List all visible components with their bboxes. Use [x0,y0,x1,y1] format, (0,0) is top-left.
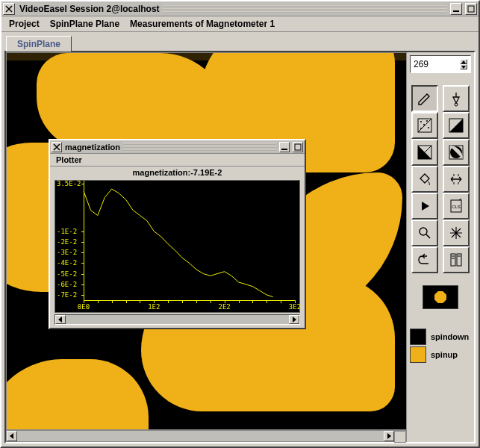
magnetization-window[interactable]: magnetization Plotter magnetization:-7.1… [49,139,306,329]
tool-palette: CLS [410,85,471,273]
pencil-tool[interactable] [411,85,438,112]
arrows-icon [448,171,464,187]
viewport-column: magnetization Plotter magnetization:-7.1… [6,52,407,442]
titlebar[interactable]: VideoEasel Session 2@localhost [1,1,479,16]
current-color-swatch[interactable] [423,285,458,309]
diag-a-icon [417,144,433,161]
viewport-hscrollbar[interactable] [6,430,407,442]
fill-triangle-icon [448,117,464,134]
magnetization-series [55,181,299,312]
magnetization-title: magnetization [65,143,120,152]
legend-swatch-spindown [410,329,426,345]
svg-rect-3 [295,144,301,150]
play-tool[interactable] [411,193,438,220]
legend-swatch-spinup [410,346,426,363]
scroll-left-icon[interactable] [55,315,66,324]
plot-readout: magnetization:-7.19E-2 [50,167,305,178]
menu-item-project[interactable]: Project [9,19,40,29]
cursor-stand-icon [448,90,464,107]
svg-rect-2 [281,149,287,150]
cls-icon: CLS [448,198,464,214]
magnetization-titlebar[interactable]: magnetization [50,140,305,154]
diag-b-icon [448,144,464,161]
bucket-tool[interactable] [411,166,438,193]
tab-strip: SpinPlane [1,32,479,51]
panel-icon [448,252,464,268]
contrast-b-tool[interactable] [443,139,470,166]
frame-counter-input[interactable]: 269 [410,55,471,73]
magnifier-icon [417,225,433,241]
svg-rect-0 [453,10,459,12]
resize-tool[interactable] [443,166,470,193]
svg-rect-1 [468,6,474,12]
svg-rect-18 [451,254,455,266]
readout-label: magnetization: [133,168,191,177]
svg-point-7 [426,120,428,122]
cls-tool[interactable]: CLS [443,193,470,220]
window-maximize-icon[interactable] [465,3,477,15]
undo-icon [417,252,433,268]
svg-point-9 [428,127,429,128]
window-minimize-icon[interactable] [450,3,462,15]
menu-item-spinplane[interactable]: SpinPlane Plane [50,19,119,29]
simulation-viewport[interactable]: magnetization Plotter magnetization:-7.1… [6,52,407,430]
pencil-icon [417,90,433,107]
svg-point-17 [420,228,427,235]
step-up-icon[interactable] [460,59,467,64]
plotter-menu[interactable]: Plotter [50,154,305,167]
legend: spindown spinup [410,327,471,364]
random-dots-icon [417,117,433,134]
snowflake-tool[interactable] [443,220,470,246]
inner-close-icon[interactable] [52,142,62,152]
svg-text:CLS: CLS [452,205,461,209]
svg-rect-19 [457,254,461,266]
sidebar: 269 CLS spindown spinup [407,52,474,442]
window-close-icon[interactable] [3,3,15,15]
undo-tool[interactable] [411,246,438,273]
scroll-corner [394,431,406,443]
fill-triangle-tool[interactable] [443,112,470,139]
menu-item-measurements[interactable]: Measurements of Magnetometer 1 [130,19,275,29]
menubar: Project SpinPlane Plane Measurements of … [1,16,479,32]
legend-row-spinup[interactable]: spinup [410,346,471,363]
panel-tool[interactable] [443,246,470,273]
hscroll-track[interactable] [17,431,384,441]
hscroll-right-icon[interactable] [384,431,394,441]
cursor-tool[interactable] [443,85,470,112]
bucket-icon [417,171,433,187]
inner-maximize-icon[interactable] [293,142,303,152]
play-icon [417,198,433,214]
scroll-track[interactable] [66,315,289,324]
frame-stepper[interactable] [460,59,467,69]
snowflake-icon [448,225,464,241]
swatch-dot-icon [434,291,446,303]
frame-counter-value: 269 [414,59,428,69]
scroll-right-icon[interactable] [289,315,299,324]
readout-value: -7.19E-2 [190,168,222,177]
plot-area[interactable]: 3.5E-2-1E-2-2E-2-3E-2-4E-2-5E-2-6E-2-7E-… [54,180,300,313]
client-area: magnetization Plotter magnetization:-7.1… [4,51,476,444]
random-dots-tool[interactable] [411,112,438,139]
main-window: VideoEasel Session 2@localhost Project S… [0,0,480,448]
tab-spinplane[interactable]: SpinPlane [6,36,72,52]
step-down-icon[interactable] [460,64,467,69]
legend-row-spindown[interactable]: spindown [410,329,471,345]
zoom-tool[interactable] [411,220,438,246]
legend-label-spindown: spindown [431,332,469,341]
contrast-a-tool[interactable] [411,139,438,166]
plot-scrollbar[interactable] [54,314,300,325]
svg-point-6 [420,121,422,122]
hscroll-left-icon[interactable] [7,431,17,441]
window-title: VideoEasel Session 2@localhost [19,4,160,14]
titlebar-grip[interactable] [163,4,447,14]
legend-label-spinup: spinup [431,350,458,359]
inner-minimize-icon[interactable] [279,142,290,152]
inner-titlebar-grip[interactable] [123,142,276,152]
